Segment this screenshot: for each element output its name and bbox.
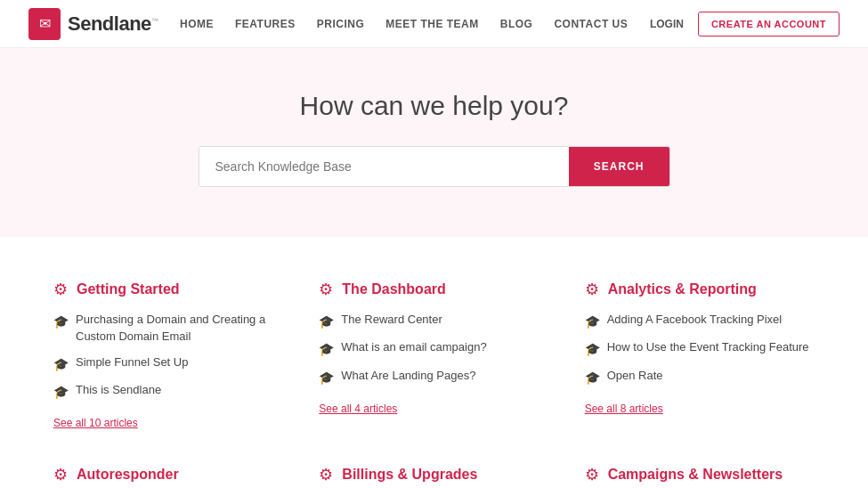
list-item: 🎓Adding A Facebook Tracking Pixel xyxy=(585,312,815,330)
list-item: 🎓Open Rate xyxy=(585,368,815,386)
gear-icon: ⚙ xyxy=(53,465,68,484)
nav-features[interactable]: FEATURES xyxy=(235,18,296,30)
hero-section: How can we help you? SEARCH xyxy=(0,48,868,237)
category-items: 🎓Purchasing a Domain and Creating a Cust… xyxy=(53,312,283,401)
logo-text: Sendlane™ xyxy=(68,12,158,36)
see-all-link[interactable]: See all 8 articles xyxy=(585,403,663,415)
graduation-cap-icon: 🎓 xyxy=(53,355,69,373)
nav-right: LOGIN CREATE AN ACCOUNT xyxy=(650,12,840,37)
gear-icon: ⚙ xyxy=(319,280,333,299)
category-title: Autoresponder xyxy=(77,467,179,483)
list-item: 🎓What Are Landing Pages? xyxy=(319,368,548,386)
graduation-cap-icon: 🎓 xyxy=(53,383,69,401)
item-text[interactable]: How to Use the Event Tracking Feature xyxy=(607,339,809,356)
item-text[interactable]: Open Rate xyxy=(607,368,663,385)
search-bar: SEARCH xyxy=(199,146,670,187)
nav-create-account[interactable]: CREATE AN ACCOUNT xyxy=(698,12,840,37)
item-text[interactable]: Purchasing a Domain and Creating a Custo… xyxy=(76,312,283,346)
item-text[interactable]: This is Sendlane xyxy=(76,382,161,399)
category-header-getting-started: ⚙Getting Started xyxy=(53,280,283,299)
category-autoresponder: ⚙Autoresponder🎓How Do I Edit an Autoresp… xyxy=(53,465,283,488)
item-text[interactable]: Simple Funnel Set Up xyxy=(76,354,188,371)
nav-pricing[interactable]: PRICING xyxy=(317,18,365,30)
graduation-cap-icon: 🎓 xyxy=(319,340,334,358)
gear-icon: ⚙ xyxy=(319,465,333,484)
category-billings-upgrades: ⚙Billings & Upgrades🎓How to Upgrade or D… xyxy=(319,465,548,488)
nav-meet-the-team[interactable]: MEET THE TEAM xyxy=(385,18,479,30)
logo-icon xyxy=(28,8,61,40)
categories-grid: ⚙Getting Started🎓Purchasing a Domain and… xyxy=(53,280,815,488)
category-title: Analytics & Reporting xyxy=(608,281,757,297)
list-item: 🎓What is an email campaign? xyxy=(319,339,548,358)
list-item: 🎓The Reward Center xyxy=(319,312,548,330)
category-header-autoresponder: ⚙Autoresponder xyxy=(53,465,283,484)
graduation-cap-icon: 🎓 xyxy=(319,369,334,386)
category-title: The Dashboard xyxy=(342,281,445,297)
item-text[interactable]: What Are Landing Pages? xyxy=(341,368,475,385)
see-all-link[interactable]: See all 4 articles xyxy=(319,403,397,415)
category-header-campaigns-newsletters: ⚙Campaigns & Newsletters xyxy=(585,465,815,484)
gear-icon: ⚙ xyxy=(585,465,599,484)
category-campaigns-newsletters: ⚙Campaigns & Newsletters🎓How may I view … xyxy=(585,465,815,488)
hero-heading: How can we help you? xyxy=(18,91,850,121)
category-title: Campaigns & Newsletters xyxy=(608,467,783,483)
category-items: 🎓The Reward Center🎓What is an email camp… xyxy=(319,312,548,386)
see-all-link[interactable]: See all 10 articles xyxy=(53,417,138,429)
navbar: Sendlane™ HOME FEATURES PRICING MEET THE… xyxy=(0,0,868,48)
graduation-cap-icon: 🎓 xyxy=(319,313,334,330)
list-item: 🎓How to Use the Event Tracking Feature xyxy=(585,339,815,358)
category-the-dashboard: ⚙The Dashboard🎓The Reward Center🎓What is… xyxy=(319,280,548,429)
item-text[interactable]: The Reward Center xyxy=(341,312,442,329)
nav-home[interactable]: HOME xyxy=(180,18,214,30)
list-item: 🎓Purchasing a Domain and Creating a Cust… xyxy=(53,312,283,346)
category-title: Billings & Upgrades xyxy=(342,467,477,483)
category-analytics-reporting: ⚙Analytics & Reporting🎓Adding A Facebook… xyxy=(585,280,815,429)
item-text[interactable]: What is an email campaign? xyxy=(341,339,486,356)
list-item: 🎓This is Sendlane xyxy=(53,382,283,401)
content-section: ⚙Getting Started🎓Purchasing a Domain and… xyxy=(0,237,868,488)
gear-icon: ⚙ xyxy=(53,280,68,299)
logo-tm: ™ xyxy=(151,16,158,24)
graduation-cap-icon: 🎓 xyxy=(585,369,600,386)
graduation-cap-icon: 🎓 xyxy=(585,313,600,330)
item-text[interactable]: Adding A Facebook Tracking Pixel xyxy=(607,312,783,329)
category-header-the-dashboard: ⚙The Dashboard xyxy=(319,280,548,299)
nav-links: HOME FEATURES PRICING MEET THE TEAM BLOG… xyxy=(180,18,628,30)
logo[interactable]: Sendlane™ xyxy=(28,8,158,40)
nav-contact[interactable]: CONTACT US xyxy=(554,18,628,30)
category-getting-started: ⚙Getting Started🎓Purchasing a Domain and… xyxy=(53,280,283,429)
graduation-cap-icon: 🎓 xyxy=(53,313,69,330)
category-header-analytics-reporting: ⚙Analytics & Reporting xyxy=(585,280,815,299)
category-header-billings-upgrades: ⚙Billings & Upgrades xyxy=(319,465,548,484)
nav-login[interactable]: LOGIN xyxy=(650,18,684,30)
search-input[interactable] xyxy=(199,147,569,186)
category-items: 🎓Adding A Facebook Tracking Pixel🎓How to… xyxy=(585,312,815,386)
gear-icon: ⚙ xyxy=(585,280,599,299)
nav-blog[interactable]: BLOG xyxy=(500,18,533,30)
graduation-cap-icon: 🎓 xyxy=(585,340,600,358)
list-item: 🎓Simple Funnel Set Up xyxy=(53,354,283,373)
search-button[interactable]: SEARCH xyxy=(569,147,669,186)
category-title: Getting Started xyxy=(77,281,180,297)
